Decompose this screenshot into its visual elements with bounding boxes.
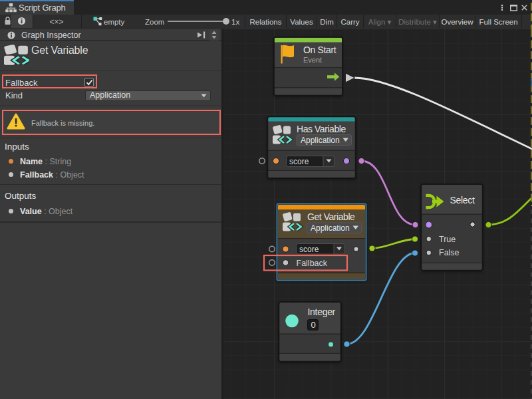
svg-text:score: score <box>299 245 319 254</box>
svg-text:Application: Application <box>311 223 350 233</box>
svg-text:Fallback: Fallback <box>297 259 328 268</box>
svg-text:0: 0 <box>311 320 316 330</box>
svg-text:Has Variable: Has Variable <box>297 124 346 134</box>
svg-text:score: score <box>289 157 309 166</box>
svg-text:Application: Application <box>301 136 340 145</box>
svg-text:On Start: On Start <box>303 45 336 55</box>
svg-text:False: False <box>439 248 460 257</box>
svg-text:Select: Select <box>450 195 475 205</box>
svg-text:Event: Event <box>303 56 322 64</box>
svg-text:Get Variable: Get Variable <box>307 211 355 222</box>
svg-text:Integer: Integer <box>308 307 336 317</box>
svg-text:True: True <box>439 235 456 244</box>
